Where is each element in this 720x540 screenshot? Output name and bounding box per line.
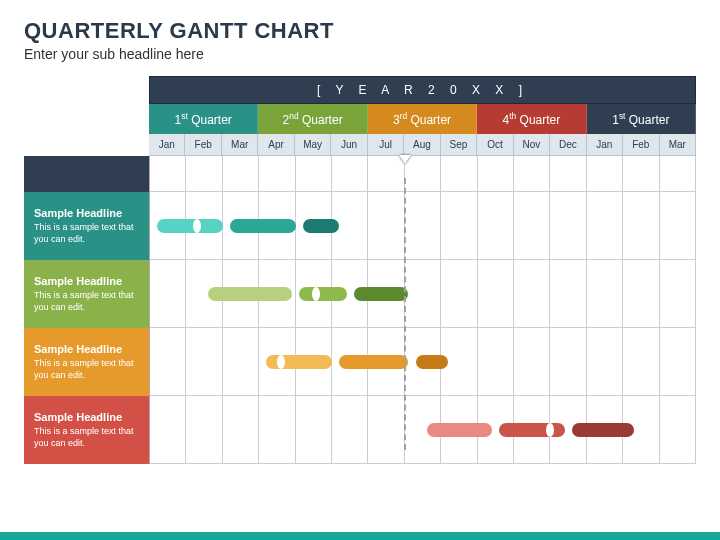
row-label-blank <box>24 156 149 192</box>
now-indicator-line <box>404 178 406 450</box>
month-header: Apr <box>258 134 294 156</box>
month-header: Jan <box>587 134 623 156</box>
month-header: May <box>295 134 331 156</box>
row-grid <box>149 328 696 396</box>
gantt-bar <box>416 355 449 369</box>
month-header: Aug <box>404 134 440 156</box>
gantt-chart: [ Y E A R 2 0 X X ] 1st Quarter2nd Quart… <box>24 76 696 464</box>
month-header: Jan <box>149 134 185 156</box>
row-label: Sample HeadlineThis is a sample text tha… <box>24 192 149 260</box>
milestone-icon <box>193 219 201 233</box>
milestone-icon <box>277 355 285 369</box>
page-title: QUARTERLY GANTT CHART <box>24 18 696 44</box>
month-header: Jun <box>331 134 367 156</box>
row-desc: This is a sample text that you can edit. <box>34 222 139 245</box>
row-grid <box>149 260 696 328</box>
spacer-row <box>24 156 696 192</box>
row-headline: Sample Headline <box>34 275 139 287</box>
row-headline: Sample Headline <box>34 343 139 355</box>
gantt-row: Sample HeadlineThis is a sample text tha… <box>24 260 696 328</box>
now-indicator-icon <box>399 155 411 164</box>
quarter-header: 1st Quarter <box>149 104 258 134</box>
month-header: Oct <box>477 134 513 156</box>
gantt-bar <box>354 287 409 301</box>
row-label: Sample HeadlineThis is a sample text tha… <box>24 260 149 328</box>
milestone-icon <box>312 287 320 301</box>
month-header: Dec <box>550 134 586 156</box>
page-subtitle: Enter your sub headline here <box>24 46 696 62</box>
row-headline: Sample Headline <box>34 207 139 219</box>
month-header: Mar <box>222 134 258 156</box>
row-desc: This is a sample text that you can edit. <box>34 290 139 313</box>
gantt-bar <box>230 219 296 233</box>
gantt-bar <box>299 287 346 301</box>
row-label: Sample HeadlineThis is a sample text tha… <box>24 396 149 464</box>
year-header: [ Y E A R 2 0 X X ] <box>149 76 696 104</box>
month-header: Nov <box>514 134 550 156</box>
quarter-header: 1st Quarter <box>587 104 696 134</box>
month-header: Sep <box>441 134 477 156</box>
quarter-header: 3rd Quarter <box>368 104 477 134</box>
row-grid <box>149 192 696 260</box>
gantt-row: Sample HeadlineThis is a sample text tha… <box>24 396 696 464</box>
footer-accent <box>0 532 720 540</box>
month-header: Mar <box>660 134 696 156</box>
gantt-bar <box>339 355 408 369</box>
row-grid <box>149 396 696 464</box>
gantt-bar <box>499 423 565 437</box>
month-header: Jul <box>368 134 404 156</box>
milestone-icon <box>546 423 554 437</box>
row-desc: This is a sample text that you can edit. <box>34 426 139 449</box>
month-header-row: JanFebMarAprMayJunJulAugSepOctNovDecJanF… <box>149 134 696 156</box>
quarter-header-row: 1st Quarter2nd Quarter3rd Quarter4th Qua… <box>149 104 696 134</box>
quarter-header: 4th Quarter <box>477 104 586 134</box>
gantt-bar <box>157 219 223 233</box>
gantt-bar <box>208 287 292 301</box>
gantt-bar <box>427 423 493 437</box>
gantt-bar <box>303 219 339 233</box>
row-label: Sample HeadlineThis is a sample text tha… <box>24 328 149 396</box>
grid-spacer <box>149 156 696 192</box>
quarter-header: 2nd Quarter <box>258 104 367 134</box>
month-header: Feb <box>623 134 659 156</box>
row-headline: Sample Headline <box>34 411 139 423</box>
row-desc: This is a sample text that you can edit. <box>34 358 139 381</box>
month-header: Feb <box>185 134 221 156</box>
gantt-row: Sample HeadlineThis is a sample text tha… <box>24 192 696 260</box>
gantt-row: Sample HeadlineThis is a sample text tha… <box>24 328 696 396</box>
gantt-bar <box>572 423 634 437</box>
